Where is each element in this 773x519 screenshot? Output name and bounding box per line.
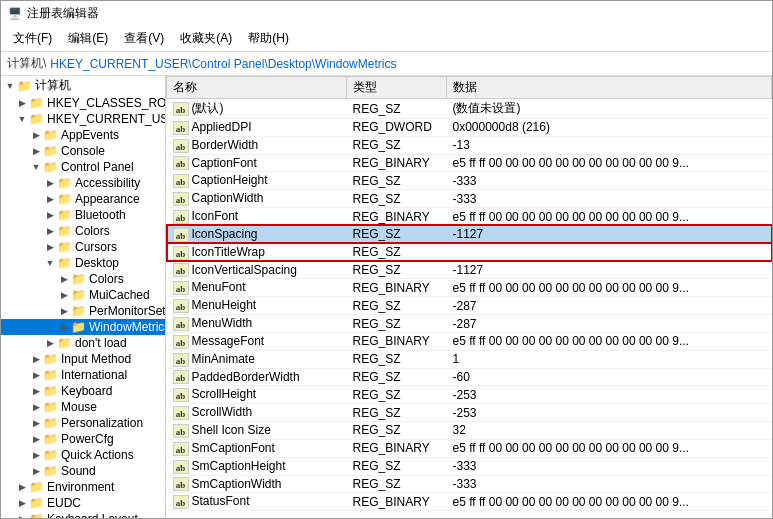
tree-expander[interactable]: ▼ — [15, 114, 29, 124]
menu-item[interactable]: 帮助(H) — [240, 28, 297, 49]
table-row[interactable]: abCaptionWidthREG_SZ-333 — [167, 190, 772, 208]
reg-value-icon: ab — [173, 246, 189, 260]
tree-expander[interactable]: ▶ — [29, 354, 43, 364]
tree-item-windowmetrics[interactable]: ▶📁WindowMetrics — [1, 319, 165, 335]
tree-expander[interactable]: ▶ — [29, 450, 43, 460]
window-title: 注册表编辑器 — [27, 5, 99, 22]
table-row[interactable]: abPaddedBorderWidthREG_SZ-60 — [167, 368, 772, 386]
table-row[interactable]: abMinAnimateREG_SZ1 — [167, 350, 772, 368]
table-row[interactable]: abSmCaptionFontREG_BINARYe5 ff ff 00 00 … — [167, 439, 772, 457]
table-row[interactable]: abSmCaptionWidthREG_SZ-333 — [167, 475, 772, 493]
tree-item-controlpanel[interactable]: ▼📁Control Panel — [1, 159, 165, 175]
table-row[interactable]: ab(默认)REG_SZ(数值未设置) — [167, 99, 772, 119]
tree-expander[interactable]: ▶ — [43, 226, 57, 236]
tree-item-sound[interactable]: ▶📁Sound — [1, 463, 165, 479]
tree-item-keyboardlayout[interactable]: ▶📁Keyboard Layout — [1, 511, 165, 518]
tree-expander[interactable]: ▶ — [43, 178, 57, 188]
tree-item-keyboard[interactable]: ▶📁Keyboard — [1, 383, 165, 399]
tree-expander[interactable]: ▶ — [43, 194, 57, 204]
table-row[interactable]: abIconVerticalSpacingREG_SZ-1127 — [167, 261, 772, 279]
table-row[interactable]: abAppliedDPIREG_DWORD0x000000d8 (216) — [167, 119, 772, 137]
table-row[interactable]: abIconFontREG_BINARYe5 ff ff 00 00 00 00… — [167, 208, 772, 226]
tree-expander[interactable]: ▼ — [3, 81, 17, 91]
tree-item-hkcu[interactable]: ▼📁HKEY_CURRENT_USER — [1, 111, 165, 127]
tree-expander[interactable]: ▶ — [15, 98, 29, 108]
tree-item-appevents[interactable]: ▶📁AppEvents — [1, 127, 165, 143]
tree-item-personalization[interactable]: ▶📁Personalization — [1, 415, 165, 431]
tree-item-powercfg[interactable]: ▶📁PowerCfg — [1, 431, 165, 447]
table-row[interactable]: abMenuWidthREG_SZ-287 — [167, 315, 772, 333]
table-row[interactable]: abBorderWidthREG_SZ-13 — [167, 136, 772, 154]
tree-expander[interactable]: ▶ — [29, 130, 43, 140]
tree-item-bluetooth[interactable]: ▶📁Bluetooth — [1, 207, 165, 223]
tree-item-accessibility[interactable]: ▶📁Accessibility — [1, 175, 165, 191]
tree-item-desktop[interactable]: ▼📁Desktop — [1, 255, 165, 271]
menu-item[interactable]: 查看(V) — [116, 28, 172, 49]
tree-expander[interactable]: ▶ — [29, 146, 43, 156]
menu-item[interactable]: 收藏夹(A) — [172, 28, 240, 49]
tree-item-quickactions[interactable]: ▶📁Quick Actions — [1, 447, 165, 463]
table-row[interactable]: abCaptionHeightREG_SZ-333 — [167, 172, 772, 190]
tree-expander[interactable]: ▶ — [29, 370, 43, 380]
table-row[interactable]: abScrollWidthREG_SZ-253 — [167, 404, 772, 422]
tree-expander[interactable]: ▶ — [15, 482, 29, 492]
tree-expander[interactable]: ▶ — [29, 434, 43, 444]
tree-panel[interactable]: ▼📁计算机▶📁HKEY_CLASSES_ROOT▼📁HKEY_CURRENT_U… — [1, 76, 166, 518]
folder-icon: 📁 — [71, 304, 86, 318]
tree-item-international[interactable]: ▶📁International — [1, 367, 165, 383]
registry-table: 名称 类型 数据 ab(默认)REG_SZ(数值未设置)abAppliedDPI… — [166, 76, 772, 511]
regedit-window: 🖥️ 注册表编辑器 文件(F)编辑(E)查看(V)收藏夹(A)帮助(H) 计算机… — [0, 0, 773, 519]
tree-item-eudc[interactable]: ▶📁EUDC — [1, 495, 165, 511]
tree-expander[interactable]: ▶ — [29, 402, 43, 412]
tree-expander[interactable]: ▼ — [29, 162, 43, 172]
col-name[interactable]: 名称 — [167, 77, 347, 99]
col-data[interactable]: 数据 — [447, 77, 772, 99]
menu-item[interactable]: 编辑(E) — [60, 28, 116, 49]
tree-item-muicached[interactable]: ▶📁MuiCached — [1, 287, 165, 303]
table-row[interactable]: abMenuFontREG_BINARYe5 ff ff 00 00 00 00… — [167, 279, 772, 297]
cell-data: -13 — [447, 136, 772, 154]
menu-item[interactable]: 文件(F) — [5, 28, 60, 49]
folder-icon: 📁 — [43, 416, 58, 430]
tree-item-permonitorsetting[interactable]: ▶📁PerMonitorSettin — [1, 303, 165, 319]
table-row[interactable]: abStatusFontREG_BINARYe5 ff ff 00 00 00 … — [167, 493, 772, 511]
tree-expander[interactable]: ▶ — [43, 338, 57, 348]
tree-expander[interactable]: ▶ — [29, 466, 43, 476]
tree-expander[interactable]: ▶ — [57, 290, 71, 300]
table-row[interactable]: abIconSpacingREG_SZ-1127 — [167, 225, 772, 243]
tree-item-desktop-colors[interactable]: ▶📁Colors — [1, 271, 165, 287]
tree-item-cursors[interactable]: ▶📁Cursors — [1, 239, 165, 255]
tree-item-mouse[interactable]: ▶📁Mouse — [1, 399, 165, 415]
tree-item-appearance[interactable]: ▶📁Appearance — [1, 191, 165, 207]
table-row[interactable]: abShell Icon SizeREG_SZ32 — [167, 422, 772, 440]
tree-label: International — [61, 368, 127, 382]
tree-item-environment[interactable]: ▶📁Environment — [1, 479, 165, 495]
tree-item-inputmethod[interactable]: ▶📁Input Method — [1, 351, 165, 367]
tree-expander[interactable]: ▶ — [43, 242, 57, 252]
table-row[interactable]: abCaptionFontREG_BINARYe5 ff ff 00 00 00… — [167, 154, 772, 172]
table-row[interactable]: abMessageFontREG_BINARYe5 ff ff 00 00 00… — [167, 332, 772, 350]
tree-expander[interactable]: ▶ — [57, 322, 71, 332]
tree-expander[interactable]: ▶ — [29, 418, 43, 428]
cell-name: abStatusFont — [167, 493, 347, 511]
tree-item-colors[interactable]: ▶📁Colors — [1, 223, 165, 239]
table-row[interactable]: abIconTitleWrapREG_SZ — [167, 243, 772, 261]
table-row[interactable]: abSmCaptionHeightREG_SZ-333 — [167, 457, 772, 475]
tree-item-hkcr[interactable]: ▶📁HKEY_CLASSES_ROOT — [1, 95, 165, 111]
table-row[interactable]: abMenuHeightREG_SZ-287 — [167, 297, 772, 315]
cell-name: abShell Icon Size — [167, 422, 347, 440]
tree-item-dontload[interactable]: ▶📁don't load — [1, 335, 165, 351]
tree-label: PowerCfg — [61, 432, 114, 446]
tree-expander[interactable]: ▶ — [43, 210, 57, 220]
tree-expander[interactable]: ▶ — [15, 514, 29, 518]
tree-expander[interactable]: ▶ — [15, 498, 29, 508]
tree-expander[interactable]: ▶ — [29, 386, 43, 396]
tree-expander[interactable]: ▶ — [57, 306, 71, 316]
tree-item-console[interactable]: ▶📁Console — [1, 143, 165, 159]
tree-expander[interactable]: ▼ — [43, 258, 57, 268]
col-type[interactable]: 类型 — [347, 77, 447, 99]
table-row[interactable]: abScrollHeightREG_SZ-253 — [167, 386, 772, 404]
tree-expander[interactable]: ▶ — [57, 274, 71, 284]
tree-item-computer[interactable]: ▼📁计算机 — [1, 76, 165, 95]
cell-data: -333 — [447, 457, 772, 475]
